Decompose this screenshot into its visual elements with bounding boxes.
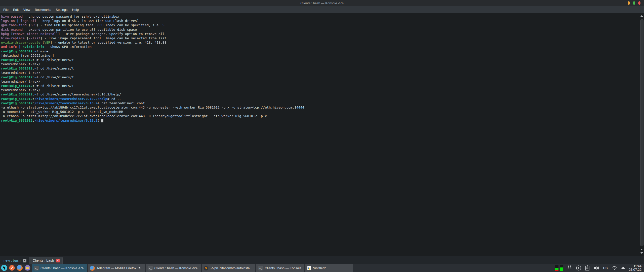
scroll-up-icon[interactable] <box>640 249 643 250</box>
konsole-window: Clients : bash — Konsole <7> FileEditVie… <box>0 0 644 264</box>
terminal-line: gpu-fans-find [GPU] - find GPU by spinni… <box>1 23 639 27</box>
terminal-cursor <box>101 119 103 122</box>
terminal-line: root@Rig_5681012:/hive/miners/teamredmin… <box>1 101 639 105</box>
panel-expand-icon[interactable] <box>621 267 625 269</box>
menu-item-help[interactable]: Help <box>70 7 81 13</box>
load-gauge-icon[interactable] <box>555 265 558 271</box>
terminal-line: hive-passwd - change system password for… <box>1 14 639 19</box>
terminal-line: -u moonester --eth_worker Rig_5681012 -p… <box>1 110 639 114</box>
load-gauge-icon[interactable] <box>560 265 563 271</box>
python-file-icon <box>307 266 311 270</box>
terminal-line: teamredminer/ t-rex/ <box>1 88 639 92</box>
file-manager-icon[interactable] <box>24 265 31 271</box>
taskbar-button-label: ~/vpn_Station/hth/autoinsta... <box>210 266 253 270</box>
taskbar-button[interactable]: >_Clients : bash — Konsole <2> <box>146 264 201 272</box>
clock[interactable]: 11:44 26.07.22 <box>629 264 641 271</box>
tab-label: Clients : bash <box>33 258 54 262</box>
clock-date: 26.07.22 <box>629 268 641 271</box>
window-controls <box>628 1 640 5</box>
network-wifi-icon[interactable] <box>611 265 618 271</box>
konsole-icon: >_ <box>148 266 153 270</box>
terminal-line: logs-on | logs-off - keep logs on disk /… <box>1 19 639 23</box>
terminal-line: hpkg [remove miners noinstall] - Hive pa… <box>1 32 639 36</box>
terminal-line: root@Rig_5681012:/hive/miners/teamredmin… <box>1 97 639 101</box>
taskbar: >_Clients : bash — Konsole <7>Telegram —… <box>0 264 644 272</box>
scroll-down-icon[interactable] <box>640 252 643 254</box>
terminal-line: root@Rig_5681012:/hive/miners/teamredmin… <box>1 118 639 123</box>
media-player-icon[interactable] <box>576 265 581 271</box>
close-icon[interactable]: ✕ <box>56 259 60 262</box>
window-title: Clients : bash — Konsole <7> <box>300 1 344 5</box>
taskbar-button[interactable]: Telegram — Mozilla Firefox <box>88 264 145 272</box>
clock-time: 11:44 <box>629 264 641 268</box>
menu-bar: FileEditViewBookmarksSettingsHelp <box>0 6 644 13</box>
taskbar-button-label: Telegram — Mozilla Firefox <box>97 266 136 270</box>
terminal-line: teamredminer/ t-rex/ <box>1 71 639 75</box>
konsole-icon: >_ <box>34 266 39 270</box>
menu-item-bookmarks[interactable]: Bookmarks <box>32 7 53 13</box>
menu-item-settings[interactable]: Settings <box>53 7 70 13</box>
taskbar-button-label: Clients : bash — Konsole <7> <box>41 266 84 270</box>
terminal-line: -a ethash -o stratum+tcp://ab189dbfcc17c… <box>1 105 639 110</box>
launcher-icons <box>0 265 32 271</box>
firefox-launcher-icon[interactable] <box>17 265 23 271</box>
terminal-line: teamredminer/ t-rex/ <box>1 79 639 84</box>
terminal-wrap: hive-passwd - change system password for… <box>0 13 644 256</box>
terminal-line: disk-expand - expand system partition to… <box>1 27 639 32</box>
taskbar-button-label: Clients : bash — Konsole <box>265 266 301 270</box>
terminal-line: root@Rig_5681012:~# cd /hive/miners/team… <box>1 92 639 96</box>
terminal-line: amd-info | nvidia-info - shows GPU infor… <box>1 45 639 49</box>
keyboard-layout-indicator[interactable]: us <box>603 265 608 270</box>
tab-bar: new : bash✕Clients : bash✕ <box>0 256 644 264</box>
maximize-button[interactable] <box>633 1 635 5</box>
taskbar-button[interactable]: S~/vpn_Station/hth/autoinsta... <box>202 264 256 272</box>
menu-item-edit[interactable]: Edit <box>11 7 21 13</box>
audio-playing-icon[interactable] <box>138 266 142 270</box>
task-buttons: >_Clients : bash — Konsole <7>Telegram —… <box>32 264 353 272</box>
terminal-line: root@Rig_5681012:~# cd /hive/miners/t <box>1 75 639 79</box>
system-tray: us 11:44 26.07.22 <box>555 264 644 271</box>
tab-label: new : bash <box>4 258 21 262</box>
scrollbar[interactable] <box>639 13 644 256</box>
taskbar-button-label: *untitled* <box>313 266 326 270</box>
orange-app-icon[interactable] <box>9 265 15 271</box>
close-button[interactable] <box>638 1 640 5</box>
menu-item-file[interactable]: File <box>1 7 11 13</box>
terminal-output[interactable]: hive-passwd - change system password for… <box>0 13 639 256</box>
notifications-bell-icon[interactable] <box>567 265 572 271</box>
terminal-line: root@Rig_5681012:~# cd /hive/miners/t <box>1 58 639 62</box>
minimize-button[interactable] <box>628 1 630 5</box>
menu-item-view[interactable]: View <box>21 7 32 13</box>
terminal-line: teamredminer/ t-rex/ <box>1 62 639 66</box>
app-launcher-icon[interactable] <box>1 265 7 271</box>
load-gauges[interactable] <box>555 265 563 271</box>
taskbar-button[interactable]: *untitled* <box>305 264 353 272</box>
tab-new-bash[interactable]: new : bash✕ <box>0 257 29 264</box>
taskbar-button-label: Clients : bash — Konsole <2> <box>154 266 198 270</box>
close-icon[interactable]: ✕ <box>23 259 26 262</box>
konsole-icon: >_ <box>258 266 263 270</box>
taskbar-button[interactable]: >_Clients : bash — Konsole <7> <box>32 264 87 272</box>
scrollbar-thumb[interactable] <box>640 19 643 246</box>
terminal-line: -a ethash -o stratum+tcp://ab189dbfcc17c… <box>1 114 639 118</box>
scroll-up-icon[interactable] <box>640 15 643 17</box>
terminal-line: [detached from 29933.miner] <box>1 53 639 58</box>
tab-clients-bash[interactable]: Clients : bash✕ <box>29 257 63 264</box>
terminal-line: nvidia-driver-update [VER] - update to l… <box>1 40 639 45</box>
volume-icon[interactable] <box>593 265 599 271</box>
terminal-line: root@Rig_5681012:~# cd /hive/miners/t <box>1 66 639 71</box>
firefox-icon <box>90 266 95 271</box>
terminal-line: root@Rig_5681012:~# miner <box>1 49 639 53</box>
terminal-line: root@Rig_5681012:~# cd /hive/miners/t <box>1 84 639 88</box>
title-bar[interactable]: Clients : bash — Konsole <7> <box>0 0 644 6</box>
clipboard-icon[interactable] <box>585 265 590 271</box>
sublime-text-icon: S <box>204 266 208 270</box>
taskbar-button[interactable]: >_Clients : bash — Konsole <box>256 264 304 272</box>
terminal-line: hive-replace [--list] - live image repla… <box>1 36 639 40</box>
